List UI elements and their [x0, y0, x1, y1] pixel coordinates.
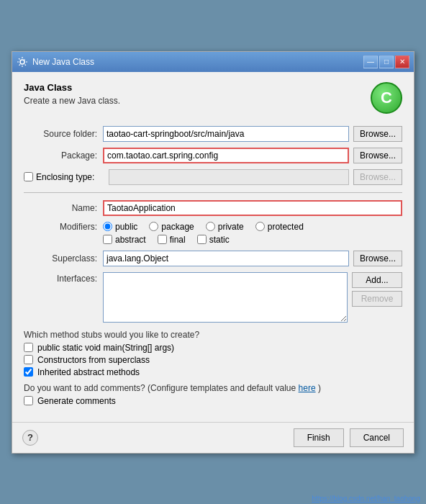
bottom-buttons: Finish Cancel [294, 428, 404, 447]
title-bar: New Java Class — □ ✕ [12, 52, 414, 72]
modifier-static[interactable]: static [197, 235, 230, 245]
modifier-abstract[interactable]: abstract [103, 235, 146, 245]
method-stubs-title: Which method stubs would you like to cre… [24, 330, 402, 340]
comments-close-paren: ) [318, 383, 321, 393]
title-bar-left: New Java Class [17, 56, 94, 68]
remove-interface-button[interactable]: Remove [352, 291, 402, 307]
modifiers-line-2: abstract final static [103, 235, 402, 245]
method-stub-constructors-label: Constructors from superclass [37, 355, 150, 365]
method-stubs-section: Which method stubs would you like to cre… [24, 330, 402, 377]
method-stub-main: public static void main(String[] args) [24, 343, 402, 353]
modifier-private-label: private [218, 222, 244, 232]
modifier-static-label: static [209, 235, 230, 245]
comments-title: Do you want to add comments? (Configure … [24, 383, 402, 393]
modifier-public-label: public [115, 222, 137, 232]
name-label: Name: [24, 203, 103, 213]
browse-package-button[interactable]: Browse... [353, 148, 402, 163]
method-stub-main-label: public static void main(String[] args) [37, 343, 174, 353]
package-input[interactable] [103, 148, 349, 163]
modifiers-grid: public package private protected abstrac… [103, 222, 402, 245]
browse-enclosing-button[interactable]: Browse... [353, 169, 402, 185]
add-interface-button[interactable]: Add... [352, 272, 402, 288]
generate-comments-row: Generate comments [24, 396, 402, 406]
close-button[interactable]: ✕ [395, 55, 409, 68]
browse-source-button[interactable]: Browse... [353, 126, 402, 142]
maximize-button[interactable]: □ [379, 55, 394, 68]
source-folder-input[interactable] [103, 126, 349, 142]
modifier-package-label: package [161, 222, 194, 232]
modifiers-label: Modifiers: [24, 222, 103, 232]
generate-comments-checkbox[interactable] [24, 396, 33, 405]
interfaces-row: Interfaces: Add... Remove [24, 272, 402, 323]
superclass-input[interactable] [103, 251, 349, 266]
method-stub-inherited: Inherited abstract methods [24, 367, 402, 377]
method-stub-main-checkbox[interactable] [24, 343, 33, 352]
comments-question: Do you want to add comments? (Configure … [24, 383, 296, 393]
title-bar-controls: — □ ✕ [363, 55, 409, 68]
modifier-package[interactable]: package [149, 222, 194, 232]
modifier-protected[interactable]: protected [255, 222, 304, 232]
generate-comments-label: Generate comments [37, 396, 116, 406]
dialog-content: Java Class Create a new Java class. C So… [12, 72, 414, 422]
modifier-private[interactable]: private [206, 222, 244, 232]
minimize-button[interactable]: — [363, 55, 378, 68]
header-row: Java Class Create a new Java class. C [24, 82, 402, 116]
comments-link[interactable]: here [299, 383, 316, 393]
method-stub-constructors-checkbox[interactable] [24, 355, 33, 364]
name-row: Name: [24, 200, 402, 216]
logo-icon: C [371, 82, 402, 114]
source-folder-label: Source folder: [24, 129, 103, 139]
modifiers-row: Modifiers: public package private protec… [24, 222, 402, 245]
section-header: Java Class [24, 82, 371, 93]
enclosing-type-input[interactable] [109, 169, 349, 185]
enclosing-type-label-wrapper: Enclosing type: [24, 172, 109, 182]
browse-superclass-button[interactable]: Browse... [353, 251, 402, 266]
interfaces-label: Interfaces: [24, 272, 103, 284]
method-stub-constructors: Constructors from superclass [24, 355, 402, 365]
package-row: Package: Browse... [24, 148, 402, 163]
modifier-public[interactable]: public [103, 222, 137, 232]
modifier-abstract-label: abstract [115, 235, 146, 245]
enclosing-type-checkbox[interactable] [24, 172, 33, 181]
modifier-protected-label: protected [268, 222, 304, 232]
package-label: Package: [24, 150, 103, 161]
svg-point-0 [20, 60, 24, 64]
method-stub-inherited-label: Inherited abstract methods [37, 367, 140, 377]
modifier-final[interactable]: final [158, 235, 186, 245]
finish-button[interactable]: Finish [294, 428, 344, 447]
bottom-bar: ? Finish Cancel [12, 422, 414, 453]
modifiers-line-1: public package private protected [103, 222, 402, 232]
help-button[interactable]: ? [22, 430, 38, 446]
comments-section: Do you want to add comments? (Configure … [24, 383, 402, 406]
superclass-label: Superclass: [24, 253, 103, 264]
method-stub-inherited-checkbox[interactable] [24, 367, 33, 377]
name-input[interactable] [103, 200, 402, 216]
cancel-button[interactable]: Cancel [350, 428, 404, 447]
interfaces-buttons: Add... Remove [352, 272, 402, 307]
gear-icon [17, 56, 28, 68]
interfaces-textarea[interactable] [103, 272, 348, 323]
watermark: https://blog.csdn.net/han_taohong [312, 495, 420, 503]
divider-1 [24, 192, 402, 193]
section-subtitle: Create a new Java class. [24, 96, 371, 106]
header-text: Java Class Create a new Java class. [24, 82, 371, 116]
source-folder-row: Source folder: Browse... [24, 126, 402, 142]
new-java-class-dialog: New Java Class — □ ✕ Java Class Create a… [12, 51, 414, 454]
title-bar-title: New Java Class [32, 57, 94, 67]
modifier-final-label: final [170, 235, 186, 245]
superclass-row: Superclass: Browse... [24, 251, 402, 266]
enclosing-type-label: Enclosing type: [36, 172, 94, 182]
enclosing-type-row: Enclosing type: Browse... [24, 169, 402, 185]
